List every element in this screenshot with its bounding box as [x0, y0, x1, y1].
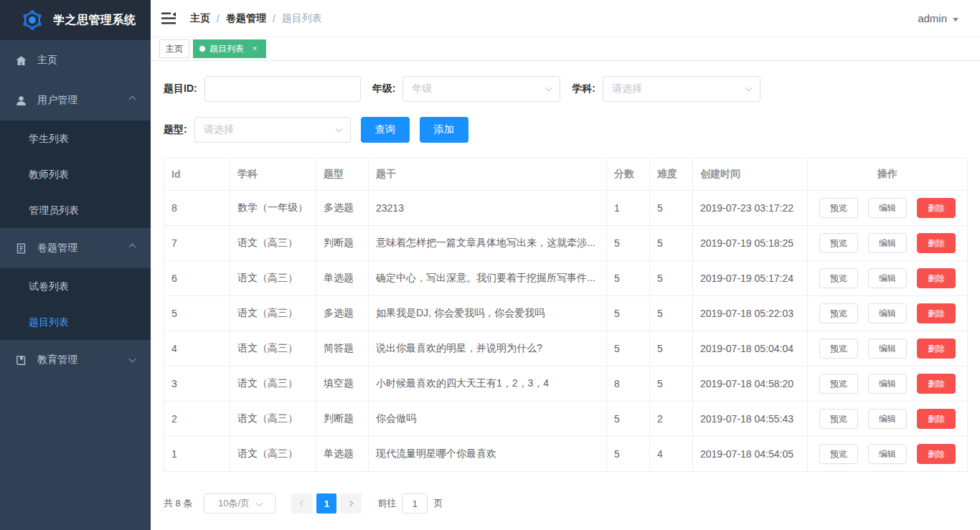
search-button[interactable]: 查询: [361, 117, 410, 143]
goto-page-input[interactable]: [402, 493, 428, 514]
preview-button[interactable]: 预览: [819, 374, 858, 394]
delete-button[interactable]: 删除: [917, 303, 956, 323]
table-row: 4 语文（高三） 简答题 说出你最喜欢的明星，并说明为什么? 5 5 2019-…: [164, 331, 968, 366]
question-type-select[interactable]: 请选择: [194, 117, 351, 143]
cell-difficulty: 5: [650, 261, 693, 296]
edit-button[interactable]: 编辑: [868, 233, 907, 253]
edit-button[interactable]: 编辑: [868, 268, 907, 288]
preview-button[interactable]: 预览: [819, 444, 858, 464]
sidebar-item-label: 卷题管理: [37, 242, 77, 255]
table-row: 7 语文（高三） 判断题 意味着怎样把一篇文章具体地写出来，这就牵涉... 5 …: [164, 226, 968, 261]
cell-difficulty: 5: [650, 296, 693, 331]
add-button[interactable]: 添加: [420, 117, 468, 143]
edit-button[interactable]: 编辑: [868, 374, 907, 394]
question-type-select-placeholder: 请选择: [204, 123, 234, 136]
cell-stem: 小时候最喜欢的四大天王有1，2，3，4: [369, 366, 607, 402]
cell-difficulty: 5: [650, 226, 693, 261]
preview-button[interactable]: 预览: [819, 268, 858, 288]
cell-difficulty: 5: [650, 191, 693, 226]
sidebar-item-paper-management[interactable]: 卷题管理: [0, 228, 151, 268]
delete-button[interactable]: 删除: [917, 374, 956, 394]
collapse-sidebar-icon[interactable]: [161, 12, 176, 24]
close-icon[interactable]: ×: [250, 44, 260, 54]
sidebar-item-education-management[interactable]: 教育管理: [0, 340, 151, 380]
chevron-up-icon: [129, 96, 136, 103]
table-row: 5 语文（高三） 多选题 如果我是DJ, 你会爱我吗，你会爱我吗 5 5 201…: [164, 296, 968, 331]
preview-button[interactable]: 预览: [819, 409, 858, 429]
page-unit-label: 页: [433, 497, 443, 510]
active-tab-dot: [199, 46, 205, 52]
question-id-input[interactable]: [204, 76, 361, 102]
breadcrumb-paper-management[interactable]: 卷题管理: [226, 12, 266, 25]
sidebar-item-student-list[interactable]: 学生列表: [0, 120, 151, 156]
delete-button[interactable]: 删除: [917, 444, 956, 464]
cell-id: 8: [164, 191, 230, 226]
prev-page-button[interactable]: [291, 493, 313, 514]
next-page-button[interactable]: [340, 493, 362, 514]
edit-button[interactable]: 编辑: [868, 339, 907, 359]
delete-button[interactable]: 删除: [917, 339, 956, 359]
sidebar-item-user-management[interactable]: 用户管理: [0, 80, 151, 120]
preview-button[interactable]: 预览: [819, 303, 858, 323]
edit-button[interactable]: 编辑: [868, 303, 907, 323]
page-size-select[interactable]: 10条/页: [204, 493, 275, 514]
cell-id: 1: [164, 437, 230, 472]
cell-created: 2019-07-18 04:55:43: [693, 402, 808, 437]
column-header-subject: 学科: [230, 158, 316, 191]
sidebar-item-home[interactable]: 主页: [0, 40, 151, 80]
sidebar-item-admin-list[interactable]: 管理员列表: [0, 192, 151, 228]
chevron-down-icon: [335, 126, 342, 133]
edit-button[interactable]: 编辑: [868, 409, 907, 429]
cell-id: 7: [164, 226, 230, 261]
pagination: 共 8 条 10条/页 1 前往 页: [164, 493, 967, 514]
main-area: 主页 / 卷题管理 / 题目列表 admin 主页 题目列表 × 题目ID:: [151, 0, 980, 530]
column-header-type: 题型: [316, 158, 369, 191]
breadcrumb-home[interactable]: 主页: [190, 12, 210, 25]
cell-subject: 数学（一年级）: [230, 191, 316, 226]
cell-created: 2019-07-18 04:58:20: [693, 366, 808, 402]
book-icon: [14, 354, 27, 366]
column-header-created: 创建时间: [693, 158, 808, 191]
app-window: 学之思管理系统 主页 用户管理 学生列表 教师列表 管理员列表: [0, 0, 980, 530]
chevron-down-icon: [545, 85, 552, 92]
cell-stem: 如果我是DJ, 你会爱我吗，你会爱我吗: [369, 296, 607, 331]
column-header-stem: 题干: [369, 158, 607, 191]
edit-button[interactable]: 编辑: [868, 198, 907, 218]
table-row: 6 语文（高三） 单选题 确定中心，写出深意。我们要着于挖掘所写事件... 5 …: [164, 261, 968, 296]
cell-created: 2019-07-19 05:18:25: [693, 226, 808, 261]
question-id-label: 题目ID:: [164, 82, 197, 95]
sidebar-item-exam-paper-list[interactable]: 试卷列表: [0, 268, 151, 304]
user-menu[interactable]: admin: [918, 12, 958, 24]
sidebar-item-teacher-list[interactable]: 教师列表: [0, 156, 151, 192]
column-header-actions: 操作: [808, 158, 968, 191]
delete-button[interactable]: 删除: [917, 233, 956, 253]
chevron-up-icon: [129, 244, 136, 251]
paper-management-submenu: 试卷列表 题目列表: [0, 268, 151, 340]
breadcrumb-current: 题目列表: [282, 12, 322, 25]
delete-button[interactable]: 删除: [917, 409, 956, 429]
tab-home[interactable]: 主页: [159, 39, 189, 58]
cell-id: 2: [164, 402, 230, 437]
preview-button[interactable]: 预览: [819, 198, 858, 218]
grade-select[interactable]: 年级: [402, 76, 560, 102]
cell-id: 3: [164, 366, 230, 402]
cell-difficulty: 2: [650, 402, 693, 437]
preview-button[interactable]: 预览: [819, 339, 858, 359]
subject-select[interactable]: 请选择: [603, 76, 760, 102]
page-number-button[interactable]: 1: [316, 493, 336, 514]
grade-label: 年级:: [372, 82, 396, 95]
delete-button[interactable]: 删除: [917, 268, 956, 288]
tab-question-list[interactable]: 题目列表 ×: [193, 39, 266, 58]
cell-subject: 语文（高三）: [230, 226, 316, 261]
breadcrumb-separator: /: [217, 13, 220, 24]
cell-actions: 预览 编辑 删除: [808, 261, 968, 296]
preview-button[interactable]: 预览: [819, 233, 858, 253]
edit-button[interactable]: 编辑: [868, 444, 907, 464]
delete-button[interactable]: 删除: [917, 198, 956, 218]
chevron-down-icon: [256, 499, 263, 506]
column-header-id: Id: [164, 158, 230, 191]
cell-id: 4: [164, 331, 230, 366]
sidebar-item-question-list[interactable]: 题目列表: [0, 304, 151, 340]
cell-score: 5: [607, 226, 650, 261]
sidebar-menu: 主页 用户管理 学生列表 教师列表 管理员列表 卷题管理: [0, 40, 151, 380]
